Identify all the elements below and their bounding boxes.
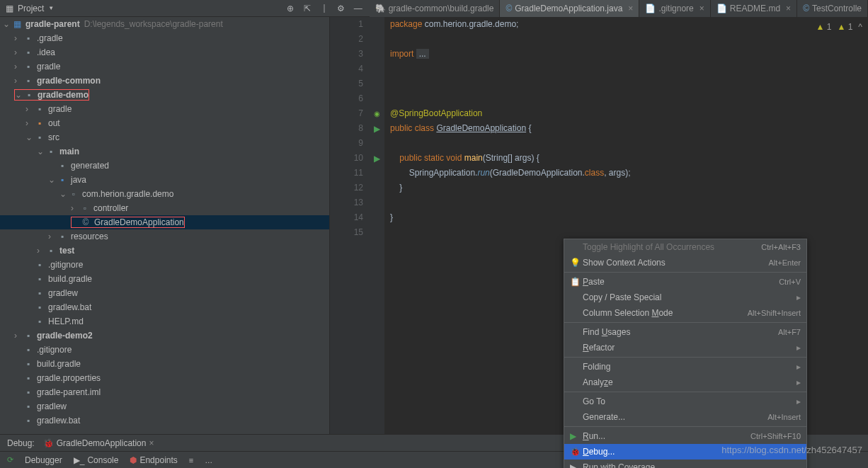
tree-item[interactable]: ›▪test	[0, 244, 329, 258]
tab-gitignore[interactable]: 📄 .gitignore ×	[639, 0, 710, 17]
submenu-arrow-icon: ▸	[796, 292, 801, 302]
editor-warnings[interactable]: ▲ 1 ▲ 1 ^	[816, 20, 862, 35]
chevron-icon[interactable]: ›	[14, 76, 23, 86]
tree-item[interactable]: ▪build.gradle	[0, 357, 329, 371]
target-icon[interactable]: ⊕	[285, 3, 296, 14]
tree-item[interactable]: ▪generated	[0, 159, 329, 173]
menu-item[interactable]: Refactor▸	[564, 340, 806, 355]
expand-icon[interactable]: ⇱	[302, 3, 313, 14]
tab-build-gradle[interactable]: 🐘 gradle-common\build.gradle	[370, 0, 501, 17]
console-tab[interactable]: ▶_Console	[74, 455, 119, 465]
chevron-icon[interactable]: ⌄	[59, 189, 68, 199]
submenu-arrow-icon: ▸	[796, 396, 801, 406]
menu-item[interactable]: Go To▸	[564, 394, 806, 409]
menu-item[interactable]: ▶Run with Coverage...	[564, 460, 806, 468]
tree-node-icon: ▪	[23, 62, 34, 72]
tree-item[interactable]: ▪gradle.properties	[0, 371, 329, 385]
menu-item[interactable]: ▶Run...Ctrl+Shift+F10	[564, 428, 806, 444]
tree-node-icon: ▪	[34, 302, 45, 312]
chevron-icon[interactable]: ›	[14, 47, 23, 57]
chevron-icon[interactable]: ⌄	[15, 90, 23, 100]
chevron-icon[interactable]: ›	[71, 203, 79, 213]
spring-icon[interactable]: ◉	[374, 110, 380, 118]
tree-item[interactable]: ▪gradlew	[0, 399, 329, 413]
menu-item[interactable]: 📋PasteCtrl+V	[564, 274, 806, 290]
tree-item[interactable]: ▪.gitignore	[0, 343, 329, 357]
tree-node-icon: ▪	[34, 104, 45, 114]
tab-gradledemoapplication[interactable]: © GradleDemoApplication.java ×	[500, 0, 639, 17]
menu-item-icon: 💡	[570, 258, 583, 268]
tree-item[interactable]: ›▪gradle-demo2	[0, 329, 329, 343]
tree-node-label: gradle.properties	[37, 373, 101, 383]
submenu-arrow-icon: ▸	[796, 362, 801, 372]
restart-icon[interactable]: ⟳	[7, 455, 13, 464]
menu-item-label: Go To	[583, 396, 796, 406]
tree-item[interactable]: ▪build.gradle	[0, 272, 329, 286]
project-tree[interactable]: ⌄ ▦ gradle-parent D:\legends_workspace\g…	[0, 17, 330, 434]
tree-item[interactable]: ⌄▪java	[0, 173, 329, 187]
chevron-icon[interactable]: ⌄	[25, 132, 34, 142]
chevron-icon[interactable]: ›	[14, 331, 23, 341]
menu-item[interactable]: Generate...Alt+Insert	[564, 409, 806, 425]
tab-readme[interactable]: 📄 README.md ×	[711, 0, 797, 17]
tree-item[interactable]: ›▪out	[0, 116, 329, 130]
project-dropdown[interactable]: ▦ Project ▼	[0, 4, 59, 13]
debug-config[interactable]: 🐞 GradleDemoApplication ×	[43, 438, 154, 448]
tree-item[interactable]: ›▪.gradle	[0, 31, 329, 45]
tree-item[interactable]: ⌄▪src	[0, 130, 329, 144]
debugger-tab[interactable]: Debugger	[25, 455, 62, 465]
run-gutter-icon[interactable]: ▶	[374, 124, 380, 134]
tree-item[interactable]: ▪gradle-parent.iml	[0, 385, 329, 399]
menu-item[interactable]: Column Selection ModeAlt+Shift+Insert	[564, 305, 806, 321]
watermark: https://blog.csdn.net/zh452647457	[721, 445, 862, 455]
tab-testcontroller[interactable]: © TestControlle	[797, 0, 868, 17]
collapse-icon[interactable]: ｜	[319, 3, 330, 14]
tree-item[interactable]: ▪gradlew.bat	[0, 413, 329, 428]
tree-root[interactable]: ⌄ ▦ gradle-parent D:\legends_workspace\g…	[0, 17, 329, 31]
menu-item[interactable]: 💡Show Context ActionsAlt+Enter	[564, 255, 806, 270]
menu-item[interactable]: Find UsagesAlt+F7	[564, 324, 806, 340]
threads-icon[interactable]: ≡	[189, 456, 193, 464]
chevron-icon[interactable]: ^	[858, 20, 862, 35]
settings-icon[interactable]: ⚙	[336, 3, 347, 14]
tree-item[interactable]: ⌄▪main	[0, 144, 329, 159]
chevron-icon[interactable]: ›	[25, 118, 34, 128]
endpoints-tab[interactable]: ⬢Endpoints	[130, 455, 177, 465]
chevron-icon[interactable]: ›	[37, 246, 45, 256]
close-icon[interactable]: ×	[625, 4, 633, 13]
chevron-icon[interactable]: ›	[48, 232, 57, 241]
tree-item[interactable]: ›▪resources	[0, 229, 329, 244]
chevron-icon[interactable]: ›	[14, 62, 23, 72]
tree-item[interactable]: ▪gradlew.bat	[0, 300, 329, 314]
tree-item[interactable]: ›▫controller	[0, 201, 329, 215]
tree-item[interactable]: ▪gradlew	[0, 286, 329, 300]
project-label: Project	[18, 4, 44, 13]
tree-item[interactable]: ›▪.idea	[0, 45, 329, 59]
tree-item[interactable]: ›▪gradle-common	[0, 74, 329, 88]
menu-item[interactable]: Analyze▸	[564, 375, 806, 390]
run-gutter-icon[interactable]: ▶	[374, 154, 380, 164]
menu-item[interactable]: Folding▸	[564, 359, 806, 375]
menu-item[interactable]: Copy / Paste Special▸	[564, 290, 806, 305]
hide-icon[interactable]: —	[353, 3, 364, 14]
tree-item[interactable]: ⌄▪gradle-demo	[0, 88, 329, 102]
tree-item[interactable]: ›▪gradle	[0, 102, 329, 116]
tree-item[interactable]: ©GradleDemoApplication	[0, 215, 329, 229]
editor-tabs: 🐘 gradle-common\build.gradle © GradleDem…	[370, 0, 868, 17]
tree-node-icon: ▪	[23, 331, 34, 341]
close-icon[interactable]: ×	[697, 4, 704, 13]
chevron-icon[interactable]: ›	[14, 33, 23, 43]
close-icon[interactable]: ×	[783, 4, 791, 13]
chevron-icon[interactable]: ⌄	[48, 175, 57, 185]
chevron-icon[interactable]: ›	[25, 104, 34, 114]
tree-item[interactable]: ›▪gradle	[0, 59, 329, 74]
tree-node-icon: ▪	[23, 401, 34, 411]
tree-item[interactable]: ▪HELP.md	[0, 314, 329, 329]
tree-item[interactable]: ▪.gitignore	[0, 258, 329, 272]
close-icon[interactable]: ×	[149, 438, 154, 448]
chevron-down-icon[interactable]: ⌄	[3, 19, 11, 29]
project-icon: ▦	[6, 4, 13, 13]
tree-item[interactable]: ⌄▫com.herion.gradle.demo	[0, 187, 329, 201]
more-icon[interactable]: …	[205, 456, 212, 464]
chevron-icon[interactable]: ⌄	[37, 147, 45, 156]
